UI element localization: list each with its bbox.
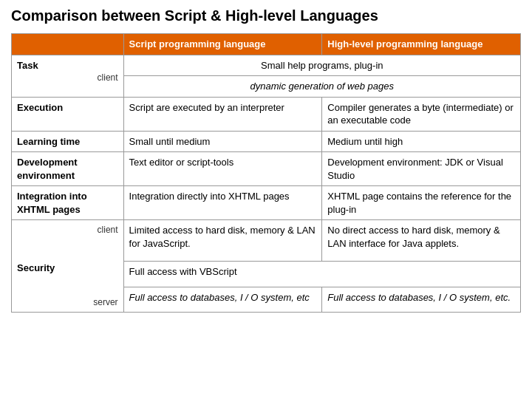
header-col1 bbox=[12, 34, 124, 55]
security-label: client Security server bbox=[12, 220, 124, 313]
security-server-label: server bbox=[93, 296, 117, 308]
integration-col3: XHTML page contains the reference for th… bbox=[322, 186, 521, 220]
table-row: Learning time Small until medium Medium … bbox=[12, 131, 521, 152]
execution-col3: Compiler generates a byte (intermediate)… bbox=[322, 97, 521, 131]
table-row: Task client Small help programs, plug-in bbox=[12, 55, 521, 76]
page-title: Comparison between Script & High-level L… bbox=[11, 7, 521, 24]
table-row: Execution Script are executed by an inte… bbox=[12, 97, 521, 131]
table-row: Integration into XHTML pages Integration… bbox=[12, 186, 521, 220]
security-client-label: client bbox=[98, 224, 118, 236]
security-client-col3: No direct access to hard disk, memory & … bbox=[322, 220, 521, 262]
table-row: Development environment Text editor or s… bbox=[12, 152, 521, 186]
table-header-row: Script programming language High-level p… bbox=[12, 34, 521, 55]
security-main-label: Security bbox=[17, 262, 118, 275]
security-vbs-col2: Full access with VBScript bbox=[123, 262, 520, 287]
header-col2: Script programming language bbox=[123, 34, 322, 55]
integration-label: Integration into XHTML pages bbox=[12, 186, 124, 220]
learning-label: Learning time bbox=[12, 131, 124, 152]
development-col3: Development environment: JDK or Visual S… bbox=[322, 152, 521, 186]
development-col2: Text editor or script-tools bbox=[123, 152, 322, 186]
development-label: Development environment bbox=[12, 152, 124, 186]
execution-label: Execution bbox=[12, 97, 124, 131]
security-client-col2: Limited access to hard disk, memory & LA… bbox=[123, 220, 322, 262]
security-server-col3: Full access to databases, I / O system, … bbox=[322, 287, 521, 313]
integration-col2: Integration directly into XHTML pages bbox=[123, 186, 322, 220]
task-label: Task client bbox=[12, 55, 124, 97]
comparison-table: Script programming language High-level p… bbox=[11, 33, 521, 313]
table-row: client Security server Limited access to… bbox=[12, 220, 521, 262]
security-server-col2: Full access to databases, I / O system, … bbox=[123, 287, 322, 313]
learning-col3: Medium until high bbox=[322, 131, 521, 152]
execution-col2: Script are executed by an interpreter bbox=[123, 97, 322, 131]
header-col3: High-level programming language bbox=[322, 34, 521, 55]
task-server-merged: dynamic generation of web pages bbox=[123, 76, 520, 98]
task-client-merged: Small help programs, plug-in bbox=[123, 55, 520, 76]
learning-col2: Small until medium bbox=[123, 131, 322, 152]
